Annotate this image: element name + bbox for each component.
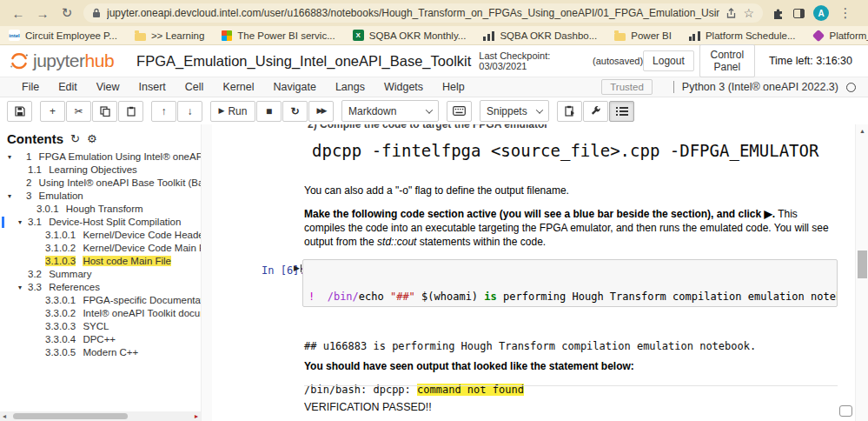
- toc-item[interactable]: ▾ 1 FPGA Emulation Using Intel® oneAPI B…: [0, 150, 201, 164]
- paste-cell-button[interactable]: [118, 101, 143, 122]
- menu-item[interactable]: Cell: [176, 81, 214, 93]
- copy-cell-button[interactable]: [92, 101, 117, 122]
- bookmark-item[interactable]: The Power BI servic...: [222, 30, 335, 41]
- bookmark-item[interactable]: >> Learning: [135, 30, 204, 41]
- browser-menu-icon[interactable]: ⋮: [838, 5, 853, 21]
- toc-item-number: 2: [26, 177, 31, 188]
- toc-item[interactable]: 3.1.0.3 Host code Main File: [0, 255, 201, 268]
- menu-item[interactable]: Kernel: [213, 81, 263, 93]
- toc-item[interactable]: 3.3.0.4 DPC++: [0, 333, 201, 346]
- toc-item[interactable]: 3.1.0.1 Kernel/Device Code Header Fil: [0, 229, 201, 242]
- caret-down-icon[interactable]: ▾: [18, 216, 22, 229]
- save-button[interactable]: [7, 101, 32, 122]
- toc-item[interactable]: 3.3.0.2 Intel® oneAPI Toolkit documen: [0, 307, 201, 320]
- run-cell-marker-icon[interactable]: ▶: [294, 264, 301, 272]
- code-line: ! /bin/echo "##" $(whoami) is performing…: [308, 291, 832, 304]
- bookmark-item[interactable]: SQBA OKR Monthly...: [353, 30, 467, 41]
- bookmark-item[interactable]: Power BI: [614, 30, 672, 41]
- bookmark-item[interactable]: Platform Schedule...: [689, 30, 796, 41]
- command-palette-button[interactable]: [447, 101, 472, 122]
- back-icon[interactable]: ←: [10, 6, 26, 21]
- toc-item[interactable]: ▾ 3.1 Device-Host Split Compilation: [0, 216, 201, 229]
- browser-toolbar: ← → ↻ jupyter.oneapi.devcloud.intel.com/…: [0, 0, 868, 26]
- side-panel-icon[interactable]: [793, 9, 805, 18]
- clipped-markdown-line: 2) Compile the code to target the FPGA e…: [308, 124, 548, 130]
- toc-item[interactable]: 2 Using Intel® oneAPI Base Toolkit (Base…: [0, 177, 201, 190]
- bookmark-item[interactable]: SQBA OKR Dashbo...: [483, 30, 597, 41]
- menu-item[interactable]: Edit: [49, 81, 87, 93]
- nbdiff-button[interactable]: [557, 101, 582, 122]
- toc-title: Contents: [7, 131, 63, 146]
- reload-icon[interactable]: ↻: [59, 5, 75, 21]
- scroll-right-icon[interactable]: ▸: [195, 411, 198, 421]
- snippets-select[interactable]: Snippets: [480, 100, 549, 122]
- caret-down-icon[interactable]: ▾: [18, 281, 22, 294]
- menu-item[interactable]: Navigate: [264, 81, 326, 93]
- sidebar-horizontal-scrollbar[interactable]: ◂ ▸: [0, 411, 201, 421]
- run-label: Run: [228, 105, 247, 117]
- toc-item-label: DPC++: [83, 334, 116, 344]
- table-of-contents-toggle-button[interactable]: [609, 101, 634, 122]
- menu-item[interactable]: Widgets: [374, 81, 433, 93]
- menu-item[interactable]: View: [87, 81, 129, 93]
- toc-item[interactable]: 3.0.1 Hough Transform: [0, 203, 201, 216]
- toc-reload-icon[interactable]: ↻: [70, 133, 80, 144]
- restart-kernel-button[interactable]: ↻: [282, 101, 308, 122]
- share-icon[interactable]: [726, 8, 737, 19]
- menu-item[interactable]: Help: [433, 81, 474, 93]
- logout-button[interactable]: Logout: [643, 50, 694, 71]
- toc-item[interactable]: 3.3.0.5 Modern C++: [0, 346, 201, 359]
- toc-item[interactable]: ▾ 3 Emulation: [0, 190, 201, 203]
- interrupt-kernel-button[interactable]: ■: [256, 101, 282, 122]
- toc-item[interactable]: 1.1 Learning Objectives: [0, 164, 201, 177]
- caret-down-icon[interactable]: ▾: [8, 150, 11, 164]
- sidebar-scroll-gutter[interactable]: [201, 124, 212, 421]
- cut-cell-button[interactable]: ✂: [66, 101, 91, 122]
- kernel-idle-icon: [846, 83, 856, 92]
- scroll-left-icon[interactable]: ◂: [3, 411, 6, 421]
- url-text[interactable]: jupyter.oneapi.devcloud.intel.com/user/u…: [107, 7, 719, 19]
- toc-item-label: FPGA-specific Documentation: [83, 295, 201, 305]
- move-cell-up-button[interactable]: ↑: [151, 101, 176, 122]
- toc-item[interactable]: 3.3.0.3 SYCL: [0, 320, 201, 333]
- trusted-badge[interactable]: Trusted: [601, 79, 653, 95]
- profile-avatar[interactable]: A: [813, 5, 829, 21]
- run-cell-button[interactable]: ▶ Run: [210, 101, 255, 122]
- output-expand-icon[interactable]: [839, 405, 852, 417]
- menu-item[interactable]: File: [12, 81, 49, 93]
- menu-item[interactable]: Insert: [129, 81, 176, 93]
- add-cell-button[interactable]: +: [40, 101, 65, 122]
- toc-item-label: Using Intel® oneAPI Base Toolkit (Base K…: [39, 177, 201, 188]
- caret-down-icon[interactable]: ▾: [8, 190, 11, 203]
- scroll-up-icon[interactable]: ▲: [856, 128, 868, 134]
- nbextensions-config-button[interactable]: [583, 101, 608, 122]
- menu-item[interactable]: Langs: [326, 81, 374, 93]
- toc-item[interactable]: 3.3.0.1 FPGA-specific Documentation: [0, 294, 201, 307]
- bookmark-label: >> Learning: [151, 30, 204, 41]
- lock-icon[interactable]: [92, 8, 101, 18]
- output-line: /bin/bash: dpcpp: command not found: [304, 383, 756, 398]
- sidebar-scroll-thumb[interactable]: [13, 413, 128, 419]
- jupyterhub-logo[interactable]: jupyterhub: [9, 50, 114, 71]
- toc-item[interactable]: 3.2 Summary: [0, 268, 201, 281]
- notebook-title[interactable]: FPGA_Emulation_Using_Intel_oneAPI_Base_T…: [136, 53, 471, 70]
- toc-settings-gear-icon[interactable]: ⚙: [87, 133, 97, 144]
- restart-run-all-button[interactable]: ▶▶: [308, 101, 334, 122]
- control-panel-button[interactable]: Control Panel: [699, 44, 755, 77]
- toc-item[interactable]: 3.1.0.2 Kernel/Device Code Main File: [0, 242, 201, 255]
- checkpoint-status: Last Checkpoint: 03/03/2021: [479, 50, 587, 71]
- notebook-scroll-thumb[interactable]: [858, 251, 867, 278]
- cell-type-select[interactable]: Markdown: [341, 100, 439, 122]
- move-cell-down-button[interactable]: ↓: [177, 101, 202, 122]
- notebook-vertical-scrollbar[interactable]: ▲: [855, 124, 868, 421]
- bookmark-item[interactable]: Circuit Employee P...: [9, 30, 117, 41]
- code-cell-input[interactable]: ! /bin/echo "##" $(whoami) is performing…: [302, 259, 838, 307]
- address-bar[interactable]: jupyter.oneapi.devcloud.intel.com/user/u…: [83, 3, 763, 23]
- toc-item[interactable]: ▾ 3.3 References: [0, 281, 201, 294]
- forward-icon[interactable]: →: [35, 6, 50, 21]
- copy-icon: [100, 106, 110, 117]
- toc-item-number: 3.2: [28, 269, 42, 279]
- extensions-puzzle-icon[interactable]: [772, 7, 785, 20]
- bookmark-star-icon[interactable]: ☆: [743, 6, 754, 20]
- bookmark-item[interactable]: Platform_Schedule_...: [813, 30, 868, 41]
